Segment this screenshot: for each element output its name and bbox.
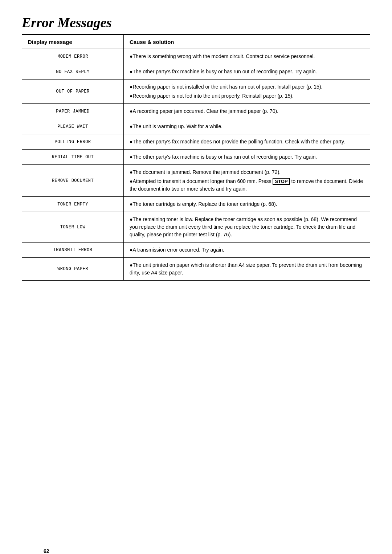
solution-cell: ●A transmission error occurred. Try agai…	[124, 243, 370, 258]
solution-text: ●Recording paper is not installed or the…	[130, 83, 364, 91]
table-row: MODEM ERROR●There is something wrong wit…	[22, 49, 370, 64]
display-message-cell: TONER LOW	[22, 212, 124, 243]
display-message-cell: NO FAX REPLY	[22, 64, 124, 80]
display-message-cell: PAPER JAMMED	[22, 104, 124, 119]
display-message-cell: TONER EMPTY	[22, 197, 124, 212]
table-header-row: Display message Cause & solution	[22, 35, 370, 49]
solution-cell: ●The toner cartridge is empty. Replace t…	[124, 197, 370, 212]
solution-cell: ●Recording paper is not installed or the…	[124, 80, 370, 104]
display-message-cell: TRANSMIT ERROR	[22, 243, 124, 258]
table-row: WRONG PAPER●The unit printed on paper wh…	[22, 258, 370, 281]
solution-text: ●Attempted to transmit a document longer…	[130, 178, 364, 193]
display-message-cell: OUT OF PAPER	[22, 80, 124, 104]
col-header-cause-solution: Cause & solution	[124, 35, 370, 49]
col-header-display-message: Display message	[22, 35, 124, 49]
display-message-cell: PLEASE WAIT	[22, 119, 124, 134]
table-row: REMOVE DOCUMENT●The document is jammed. …	[22, 165, 370, 197]
table-row: TRANSMIT ERROR●A transmission error occu…	[22, 243, 370, 258]
table-row: PLEASE WAIT●The unit is warming up. Wait…	[22, 119, 370, 134]
table-row: PAPER JAMMED●A recording paper jam occur…	[22, 104, 370, 119]
table-row: TONER LOW●The remaining toner is low. Re…	[22, 212, 370, 243]
table-row: REDIAL TIME OUT●The other party's fax ma…	[22, 150, 370, 165]
page-number: 62	[44, 548, 49, 554]
page-title: Error Messages	[22, 15, 370, 30]
display-message-cell: POLLING ERROR	[22, 134, 124, 150]
table-row: TONER EMPTY●The toner cartridge is empty…	[22, 197, 370, 212]
display-message-cell: WRONG PAPER	[22, 258, 124, 281]
solution-cell: ●The other party's fax machine is busy o…	[124, 64, 370, 80]
solution-text: ●Recording paper is not fed into the uni…	[130, 92, 364, 100]
stop-badge: STOP	[273, 178, 290, 185]
solution-cell: ●The document is jammed. Remove the jamm…	[124, 165, 370, 197]
solution-cell: ●The unit is warming up. Wait for a whil…	[124, 119, 370, 134]
solution-cell: ●The unit printed on paper which is shor…	[124, 258, 370, 281]
table-row: POLLING ERROR●The other party's fax mach…	[22, 134, 370, 150]
display-message-cell: MODEM ERROR	[22, 49, 124, 64]
table-row: NO FAX REPLY●The other party's fax machi…	[22, 64, 370, 80]
solution-cell: ●The remaining toner is low. Replace the…	[124, 212, 370, 243]
page-wrapper: Error Messages Display message Cause & s…	[22, 15, 370, 554]
table-row: OUT OF PAPER●Recording paper is not inst…	[22, 80, 370, 104]
solution-text: ●The document is jammed. Remove the jamm…	[130, 168, 364, 176]
solution-cell: ●A recording paper jam occurred. Clear t…	[124, 104, 370, 119]
display-message-cell: REDIAL TIME OUT	[22, 150, 124, 165]
display-message-cell: REMOVE DOCUMENT	[22, 165, 124, 197]
solution-cell: ●There is something wrong with the modem…	[124, 49, 370, 64]
error-messages-table: Display message Cause & solution MODEM E…	[22, 35, 370, 281]
solution-cell: ●The other party's fax machine is busy o…	[124, 150, 370, 165]
solution-cell: ●The other party's fax machine does not …	[124, 134, 370, 150]
